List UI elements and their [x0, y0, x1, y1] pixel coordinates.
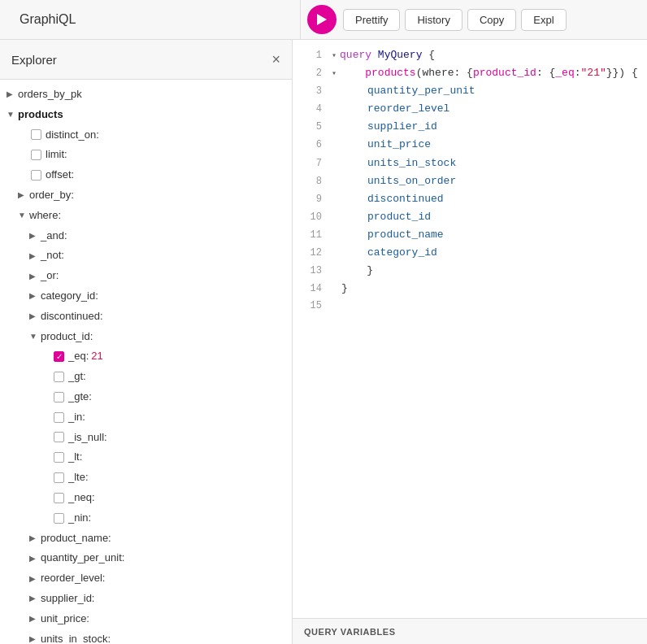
token-punct: : — [575, 64, 581, 82]
svg-marker-0 — [317, 14, 327, 25]
explorer-body[interactable]: orders_by_pkproductsdistinct_on:limit:of… — [0, 80, 292, 644]
checkbox-_lt[interactable] — [54, 452, 64, 463]
explorer-header: Explorer × — [0, 40, 292, 80]
run-button[interactable] — [307, 5, 337, 34]
checkbox-_in[interactable] — [54, 412, 64, 423]
tree-item-_lt[interactable]: _lt: — [0, 447, 292, 468]
tree-item-category_id_where[interactable]: category_id: — [0, 286, 292, 307]
token-qn: MyQuery — [378, 46, 423, 64]
code-line-6: 6unit_price — [293, 136, 647, 154]
copy-button[interactable]: Copy — [467, 9, 516, 31]
tree-item-discontinued_where[interactable]: discontinued: — [0, 307, 292, 327]
fold-arrow-2[interactable]: ▾ — [332, 67, 337, 80]
tree-label-where: where: — [29, 207, 61, 224]
tree-arrow-product_id_where — [29, 330, 39, 343]
query-variables-bar[interactable]: QUERY VARIABLES — [293, 618, 647, 644]
token-field: quantity_per_unit — [367, 82, 475, 100]
tree-arrow-order_by — [18, 189, 28, 202]
tree-item-where[interactable]: where: — [0, 206, 292, 226]
tree-item-reorder_level_filter[interactable]: reorder_level: — [0, 568, 292, 589]
code-line-3: 3quantity_per_unit — [293, 82, 647, 100]
fold-arrow-1[interactable]: ▾ — [332, 49, 337, 63]
token-field: unit_price — [367, 136, 431, 154]
checkbox-_lte[interactable] — [54, 472, 64, 483]
token-arg-name: product_id — [473, 64, 536, 82]
code-line-10: 10product_id — [293, 208, 647, 226]
checkbox-_eq[interactable] — [54, 351, 64, 362]
checkbox-_gte[interactable] — [54, 392, 64, 402]
space-token — [422, 46, 428, 64]
checkbox-_gt[interactable] — [54, 372, 64, 382]
line-num-8: 8 — [299, 173, 322, 189]
tree-item-_lte[interactable]: _lte: — [0, 468, 292, 488]
code-line-15: 15 — [293, 298, 647, 314]
tree-item-offset[interactable]: offset: — [0, 165, 292, 185]
tree-item-products[interactable]: products — [0, 105, 292, 125]
tree-label-_and: _and: — [41, 228, 67, 245]
explorer-title: Explorer — [11, 53, 57, 67]
token-field: units_in_stock — [367, 154, 456, 172]
tree-item-_eq[interactable]: _eq:21 — [0, 346, 292, 367]
tree-item-quantity_per_unit_filter[interactable]: quantity_per_unit: — [0, 548, 292, 568]
token-punct: } — [341, 280, 348, 298]
tree-item-_nin[interactable]: _nin: — [0, 508, 292, 529]
code-line-7: 7units_in_stock — [293, 154, 647, 172]
checkbox-_neq[interactable] — [54, 493, 64, 503]
tree-label-_neq: _neq: — [68, 490, 95, 507]
tree-item-product_id_where[interactable]: product_id: — [0, 327, 292, 347]
tree-item-limit[interactable]: limit: — [0, 145, 292, 165]
tree-label-discontinued_where: discontinued: — [41, 308, 103, 325]
graphiql-label: GraphiQL — [20, 12, 76, 27]
tree-arrow-where — [18, 209, 28, 222]
tree-item-units_in_stock_filter[interactable]: units_in_stock: — [0, 629, 292, 644]
code-line-9: 9discontinued — [293, 190, 647, 208]
tree-label-limit: limit: — [46, 146, 67, 163]
tree-item-_in[interactable]: _in: — [0, 407, 292, 428]
history-button[interactable]: History — [405, 9, 462, 31]
tree-item-order_by[interactable]: order_by: — [0, 185, 292, 206]
checkbox-_is_null[interactable] — [54, 432, 64, 442]
tree-item-supplier_id_filter[interactable]: supplier_id: — [0, 589, 292, 609]
code-line-5: 5supplier_id — [293, 118, 647, 136]
token-punct: } — [367, 262, 373, 280]
code-line-1: 1▾query MyQuery { — [293, 46, 647, 64]
tree-arrow-orders_by_pk — [7, 88, 16, 101]
explorer-close-button[interactable]: × — [271, 52, 280, 67]
tree-item-_neq[interactable]: _neq: — [0, 488, 292, 508]
code-editor[interactable]: 1▾query MyQuery {2▾ products(where: {pro… — [293, 40, 647, 618]
line-num-10: 10 — [299, 209, 322, 225]
code-line-11: 11product_name — [293, 226, 647, 244]
token-punct: { — [428, 46, 435, 64]
tree-arrow-unit_price_filter — [29, 612, 39, 625]
tree-label-quantity_per_unit_filter: quantity_per_unit: — [41, 550, 124, 567]
prettify-button[interactable]: Prettify — [343, 9, 400, 31]
checkbox-distinct_on[interactable] — [31, 129, 41, 140]
tree-arrow-category_id_where — [29, 289, 39, 302]
checkbox-_nin[interactable] — [54, 513, 64, 524]
tree-item-_or[interactable]: _or: — [0, 266, 292, 286]
code-line-14: 14} — [293, 280, 647, 298]
code-line-12: 12category_id — [293, 244, 647, 262]
tree-label-order_by: order_by: — [29, 187, 74, 204]
line-num-1: 1 — [299, 47, 322, 63]
tree-item-product_name_filter[interactable]: product_name: — [0, 529, 292, 549]
tree-item-_and[interactable]: _and: — [0, 226, 292, 246]
code-line-2: 2▾ products(where: {product_id: {_eq: "2… — [293, 64, 647, 82]
checkbox-limit[interactable] — [31, 150, 41, 160]
space-token — [625, 64, 632, 82]
tree-item-unit_price_filter[interactable]: unit_price: — [0, 609, 292, 629]
tree-item-_gte[interactable]: _gte: — [0, 387, 292, 407]
checkbox-offset[interactable] — [31, 170, 41, 181]
tree-label-offset: offset: — [46, 167, 74, 184]
token-field: product_name — [367, 226, 444, 244]
tree-item-_is_null[interactable]: _is_null: — [0, 428, 292, 448]
tree-item-orders_by_pk[interactable]: orders_by_pk — [0, 85, 292, 105]
explorer-button[interactable]: Expl — [521, 9, 566, 31]
line-num-14: 14 — [299, 281, 322, 297]
tree-item-_not[interactable]: _not: — [0, 246, 292, 266]
code-line-13: 13 } — [293, 262, 647, 280]
tree-item-distinct_on[interactable]: distinct_on: — [0, 125, 292, 146]
token-field: supplier_id — [367, 118, 437, 136]
tree-arrow-products — [7, 108, 16, 121]
tree-item-_gt[interactable]: _gt: — [0, 367, 292, 387]
